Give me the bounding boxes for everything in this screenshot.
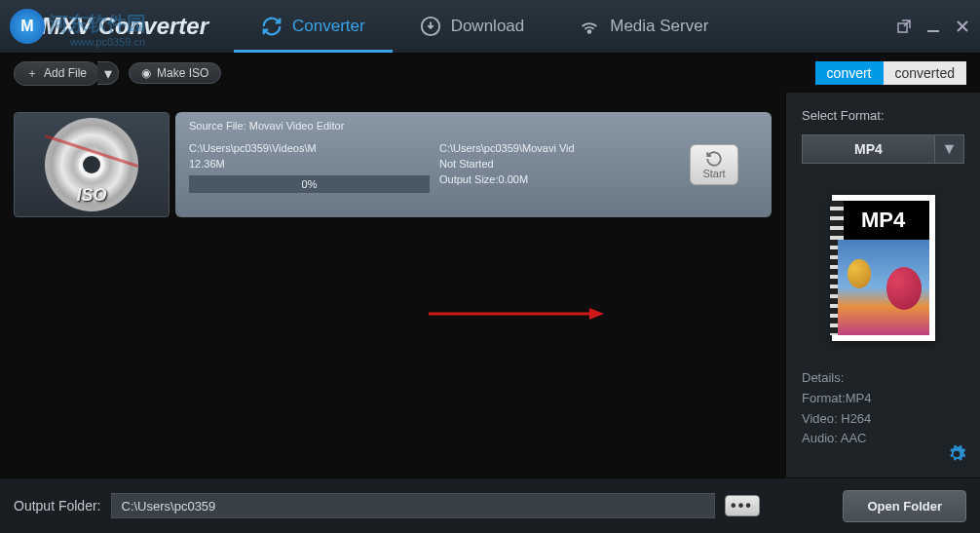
logo-area: 河东软件园 www.pc0359.cn M MXV Converter — [10, 9, 234, 44]
settings-button[interactable] — [947, 444, 966, 468]
output-folder-input[interactable] — [111, 493, 715, 518]
chevron-down-icon: ▼ — [934, 135, 963, 163]
main-area: ISO Source File: Movavi Video Editor Sta… — [0, 93, 980, 477]
output-path: C:\Users\pc0359\Movavi Vid — [439, 142, 680, 154]
detail-video: Video: H264 — [802, 409, 964, 430]
tab-media-server[interactable]: Media Server — [551, 0, 735, 53]
format-preview-label: MP4 — [838, 201, 929, 240]
main-tabs: Converter Download Media Server — [234, 0, 896, 53]
watermark-text: 河东软件园 — [49, 11, 146, 37]
svg-marker-7 — [589, 308, 604, 320]
convert-tab[interactable]: convert — [815, 61, 884, 85]
disc-icon: ◉ — [141, 66, 151, 80]
close-button[interactable] — [955, 19, 970, 34]
add-file-dropdown[interactable]: ▾ — [97, 61, 119, 85]
details-heading: Details: — [802, 368, 964, 389]
iso-disc-icon: ISO — [45, 118, 138, 211]
minimize-button[interactable] — [925, 19, 941, 34]
input-size: 12.36M — [189, 158, 430, 170]
window-controls — [896, 19, 970, 34]
file-info-panel: Source File: Movavi Video Editor Start C… — [175, 112, 772, 217]
file-list: ISO Source File: Movavi Video Editor Sta… — [0, 93, 785, 477]
popout-button[interactable] — [896, 19, 912, 34]
app-logo-icon: M — [10, 9, 45, 44]
format-dropdown[interactable]: MP4 ▼ — [802, 134, 964, 164]
file-thumbnail[interactable]: ISO — [14, 112, 170, 217]
detail-format: Format:MP4 — [802, 389, 964, 409]
toolbar: ＋ Add File ▾ ◉ Make ISO convert converte… — [0, 54, 980, 93]
footer: Output Folder: ••• Open Folder — [0, 477, 980, 533]
plus-icon: ＋ — [26, 65, 38, 82]
start-label: Start — [702, 168, 725, 179]
wifi-icon — [579, 16, 600, 37]
format-dropdown-value: MP4 — [803, 141, 934, 157]
output-folder-label: Output Folder: — [14, 498, 101, 514]
format-details: Details: Format:MP4 Video: H264 Audio: A… — [802, 368, 964, 449]
convert-status-tabs: convert converted — [815, 61, 966, 85]
output-size: Output Size:0.00M — [439, 173, 680, 185]
tab-download[interactable]: Download — [393, 0, 552, 53]
download-icon — [420, 16, 441, 37]
detail-audio: Audio: AAC — [802, 429, 964, 449]
conversion-status: Not Started — [439, 158, 680, 170]
make-iso-button[interactable]: ◉ Make ISO — [129, 62, 221, 84]
refresh-icon — [261, 16, 283, 37]
source-file-label: Source File: Movavi Video Editor — [189, 120, 680, 138]
select-format-label: Select Format: — [802, 108, 964, 123]
browse-folder-button[interactable]: ••• — [725, 495, 760, 516]
tab-converter[interactable]: Converter — [234, 0, 393, 53]
svg-point-1 — [588, 30, 591, 33]
watermark-url: www.pc0359.cn — [70, 36, 145, 48]
red-arrow-annotation — [429, 307, 604, 321]
gear-icon — [947, 444, 966, 464]
tab-converter-label: Converter — [292, 17, 365, 36]
file-left-col: C:\Users\pc0359\Videos\M 12.36M 0% — [189, 142, 430, 200]
tab-download-label: Download — [451, 17, 525, 36]
input-path: C:\Users\pc0359\Videos\M — [189, 142, 430, 154]
format-preview-image — [838, 240, 929, 335]
tab-media-server-label: Media Server — [610, 17, 708, 36]
converted-tab[interactable]: converted — [884, 61, 966, 85]
restart-icon — [704, 150, 724, 168]
open-folder-button[interactable]: Open Folder — [843, 490, 966, 522]
iso-label: ISO — [76, 185, 106, 206]
format-sidebar: Select Format: MP4 ▼ MP4 Details: Format… — [785, 93, 980, 477]
title-bar: 河东软件园 www.pc0359.cn M MXV Converter Conv… — [0, 0, 980, 54]
file-right-col: C:\Users\pc0359\Movavi Vid Not Started O… — [439, 142, 680, 200]
add-file-label: Add File — [44, 66, 87, 80]
start-button[interactable]: Start — [690, 144, 738, 185]
progress-bar: 0% — [189, 175, 430, 193]
add-file-button[interactable]: ＋ Add File — [14, 61, 99, 86]
format-preview: MP4 — [832, 195, 935, 341]
file-row[interactable]: ISO Source File: Movavi Video Editor Sta… — [14, 112, 772, 217]
make-iso-label: Make ISO — [157, 66, 208, 80]
